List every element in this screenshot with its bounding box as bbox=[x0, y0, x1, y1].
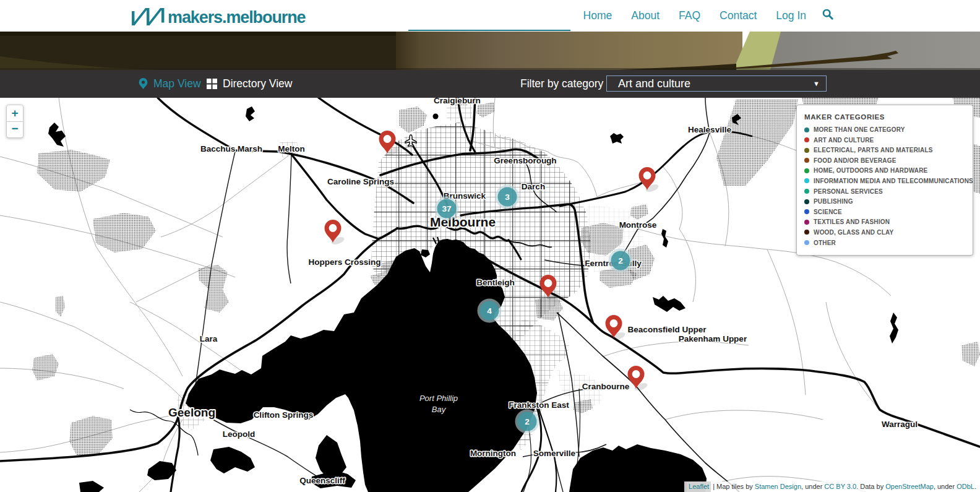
svg-text:Melton: Melton bbox=[278, 144, 305, 153]
svg-text:Hoppers Crossing: Hoppers Crossing bbox=[308, 257, 380, 267]
svg-text:Darch: Darch bbox=[522, 182, 545, 191]
svg-text:Bay: Bay bbox=[432, 405, 447, 414]
svg-text:2: 2 bbox=[618, 256, 623, 265]
svg-text:Caroline Springs: Caroline Springs bbox=[327, 177, 394, 186]
svg-text:Healesville: Healesville bbox=[688, 125, 731, 134]
svg-text:Pakenham Upper: Pakenham Upper bbox=[679, 334, 747, 343]
svg-text:Mornington: Mornington bbox=[470, 449, 516, 458]
svg-text:Somerville: Somerville bbox=[533, 449, 576, 458]
svg-text:4: 4 bbox=[487, 306, 492, 316]
svg-text:Cranbourne: Cranbourne bbox=[582, 382, 630, 391]
svg-text:2: 2 bbox=[525, 417, 530, 426]
svg-text:makers.melbourne: makers.melbourne bbox=[168, 8, 306, 27]
svg-text:Leopold: Leopold bbox=[223, 429, 256, 439]
svg-text:Lara: Lara bbox=[200, 334, 218, 343]
svg-text:Clifton Springs: Clifton Springs bbox=[254, 410, 314, 420]
svg-text:Queenscliff: Queenscliff bbox=[299, 476, 345, 485]
svg-text:Beaconsfield Upper: Beaconsfield Upper bbox=[628, 325, 707, 334]
svg-text:Bacchus Marsh: Bacchus Marsh bbox=[200, 144, 262, 153]
svg-text:Bentleigh: Bentleigh bbox=[476, 278, 515, 287]
svg-text:Warragul: Warragul bbox=[882, 420, 918, 429]
svg-text:Craigieburn: Craigieburn bbox=[434, 98, 481, 105]
svg-text:37: 37 bbox=[442, 204, 451, 214]
svg-text:Frankston East: Frankston East bbox=[509, 400, 569, 410]
svg-text:Geelong: Geelong bbox=[168, 406, 215, 419]
svg-text:Greensborough: Greensborough bbox=[494, 156, 556, 165]
svg-text:Port Phillip: Port Phillip bbox=[419, 394, 458, 403]
svg-text:3: 3 bbox=[505, 192, 510, 202]
svg-text:Montrose: Montrose bbox=[619, 220, 657, 230]
